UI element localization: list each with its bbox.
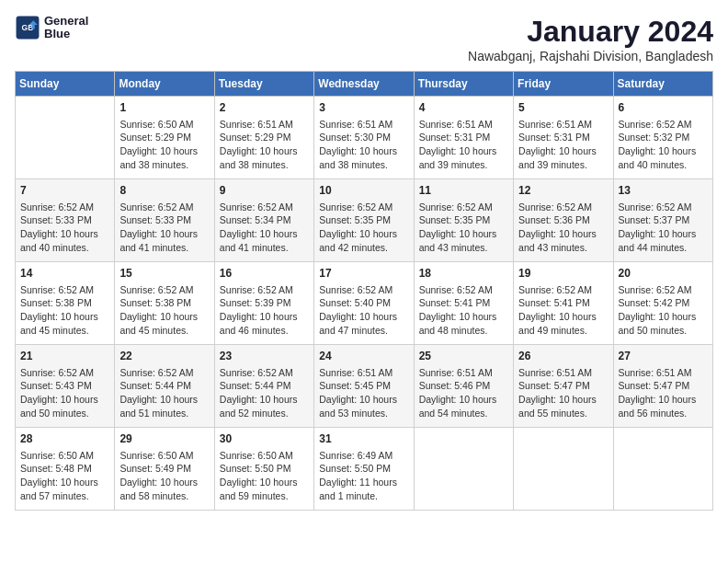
calendar-cell: 12Sunrise: 6:52 AM Sunset: 5:36 PM Dayli…: [514, 179, 613, 262]
calendar-cell: 28Sunrise: 6:50 AM Sunset: 5:48 PM Dayli…: [16, 428, 115, 511]
calendar-cell: 7Sunrise: 6:52 AM Sunset: 5:33 PM Daylig…: [16, 179, 115, 262]
day-number: 2: [220, 100, 309, 116]
day-number: 21: [20, 349, 109, 364]
calendar-cell: 27Sunrise: 6:51 AM Sunset: 5:47 PM Dayli…: [613, 345, 712, 428]
day-info: Sunrise: 6:52 AM Sunset: 5:38 PM Dayligh…: [119, 283, 209, 338]
calendar-cell: [16, 97, 115, 179]
day-info: Sunrise: 6:50 AM Sunset: 5:29 PM Dayligh…: [119, 118, 209, 172]
day-number: 28: [20, 431, 109, 447]
day-number: 10: [319, 183, 408, 199]
day-number: 25: [419, 349, 508, 364]
calendar-week-5: 28Sunrise: 6:50 AM Sunset: 5:48 PM Dayli…: [16, 428, 713, 511]
day-number: 3: [319, 100, 408, 116]
calendar-cell: 29Sunrise: 6:50 AM Sunset: 5:49 PM Dayli…: [115, 428, 214, 511]
calendar-cell: 17Sunrise: 6:52 AM Sunset: 5:40 PM Dayli…: [314, 262, 414, 345]
logo: GB General Blue: [15, 15, 88, 41]
day-number: 4: [419, 100, 508, 116]
day-number: 7: [20, 183, 109, 199]
calendar-cell: 10Sunrise: 6:52 AM Sunset: 5:35 PM Dayli…: [314, 179, 414, 262]
day-info: Sunrise: 6:52 AM Sunset: 5:36 PM Dayligh…: [518, 201, 608, 255]
day-info: Sunrise: 6:52 AM Sunset: 5:33 PM Dayligh…: [119, 201, 209, 255]
day-number: 22: [119, 349, 209, 364]
day-info: Sunrise: 6:51 AM Sunset: 5:47 PM Dayligh…: [619, 366, 708, 420]
day-info: Sunrise: 6:50 AM Sunset: 5:50 PM Dayligh…: [220, 449, 309, 503]
calendar-header-row: SundayMondayTuesdayWednesdayThursdayFrid…: [16, 72, 713, 97]
day-info: Sunrise: 6:52 AM Sunset: 5:39 PM Dayligh…: [220, 283, 309, 338]
day-number: 13: [619, 183, 708, 199]
day-number: 11: [419, 183, 508, 199]
calendar-cell: [613, 428, 712, 511]
title-block: January 2024 Nawabganj, Rajshahi Divisio…: [468, 15, 713, 63]
calendar-week-2: 7Sunrise: 6:52 AM Sunset: 5:33 PM Daylig…: [16, 179, 713, 262]
calendar-cell: 2Sunrise: 6:51 AM Sunset: 5:29 PM Daylig…: [214, 97, 313, 179]
day-info: Sunrise: 6:51 AM Sunset: 5:30 PM Dayligh…: [319, 118, 408, 172]
calendar-cell: 13Sunrise: 6:52 AM Sunset: 5:37 PM Dayli…: [613, 179, 712, 262]
day-info: Sunrise: 6:52 AM Sunset: 5:33 PM Dayligh…: [20, 201, 109, 255]
calendar-cell: 30Sunrise: 6:50 AM Sunset: 5:50 PM Dayli…: [214, 428, 313, 511]
calendar-cell: 18Sunrise: 6:52 AM Sunset: 5:41 PM Dayli…: [414, 262, 513, 345]
calendar-cell: 11Sunrise: 6:52 AM Sunset: 5:35 PM Dayli…: [414, 179, 513, 262]
day-number: 20: [619, 266, 708, 282]
day-number: 12: [518, 183, 608, 199]
page-subtitle: Nawabganj, Rajshahi Division, Bangladesh: [468, 49, 713, 63]
day-info: Sunrise: 6:50 AM Sunset: 5:48 PM Dayligh…: [20, 449, 109, 503]
page-title: January 2024: [468, 15, 713, 49]
day-number: 17: [319, 266, 408, 282]
calendar-cell: 1Sunrise: 6:50 AM Sunset: 5:29 PM Daylig…: [115, 97, 214, 179]
day-info: Sunrise: 6:52 AM Sunset: 5:35 PM Dayligh…: [419, 201, 508, 255]
calendar-week-1: 1Sunrise: 6:50 AM Sunset: 5:29 PM Daylig…: [16, 97, 713, 179]
calendar-week-4: 21Sunrise: 6:52 AM Sunset: 5:43 PM Dayli…: [16, 345, 713, 428]
day-info: Sunrise: 6:52 AM Sunset: 5:34 PM Dayligh…: [220, 201, 309, 255]
day-number: 9: [220, 183, 309, 199]
day-info: Sunrise: 6:51 AM Sunset: 5:46 PM Dayligh…: [419, 366, 508, 420]
logo-icon: GB: [15, 15, 40, 40]
calendar-cell: 19Sunrise: 6:52 AM Sunset: 5:41 PM Dayli…: [514, 262, 613, 345]
calendar-week-3: 14Sunrise: 6:52 AM Sunset: 5:38 PM Dayli…: [16, 262, 713, 345]
header-day-saturday: Saturday: [613, 72, 712, 97]
day-info: Sunrise: 6:51 AM Sunset: 5:31 PM Dayligh…: [518, 118, 608, 172]
header-day-friday: Friday: [514, 72, 613, 97]
calendar-cell: 21Sunrise: 6:52 AM Sunset: 5:43 PM Dayli…: [16, 345, 115, 428]
day-number: 14: [20, 266, 109, 282]
day-info: Sunrise: 6:52 AM Sunset: 5:38 PM Dayligh…: [20, 283, 109, 338]
day-info: Sunrise: 6:52 AM Sunset: 5:41 PM Dayligh…: [518, 283, 608, 338]
day-number: 27: [619, 349, 708, 364]
calendar-cell: 3Sunrise: 6:51 AM Sunset: 5:30 PM Daylig…: [314, 97, 414, 179]
calendar-cell: 16Sunrise: 6:52 AM Sunset: 5:39 PM Dayli…: [214, 262, 313, 345]
day-info: Sunrise: 6:52 AM Sunset: 5:32 PM Dayligh…: [619, 118, 708, 172]
day-info: Sunrise: 6:51 AM Sunset: 5:29 PM Dayligh…: [220, 118, 309, 172]
calendar-cell: 9Sunrise: 6:52 AM Sunset: 5:34 PM Daylig…: [214, 179, 313, 262]
day-info: Sunrise: 6:51 AM Sunset: 5:45 PM Dayligh…: [319, 366, 408, 420]
day-number: 16: [220, 266, 309, 282]
calendar-cell: 4Sunrise: 6:51 AM Sunset: 5:31 PM Daylig…: [414, 97, 513, 179]
day-info: Sunrise: 6:52 AM Sunset: 5:41 PM Dayligh…: [419, 283, 508, 338]
day-number: 19: [518, 266, 608, 282]
day-number: 31: [319, 431, 408, 447]
day-info: Sunrise: 6:50 AM Sunset: 5:49 PM Dayligh…: [119, 449, 209, 503]
calendar-cell: [514, 428, 613, 511]
header-day-sunday: Sunday: [16, 72, 115, 97]
day-info: Sunrise: 6:51 AM Sunset: 5:31 PM Dayligh…: [419, 118, 508, 172]
day-number: 24: [319, 349, 408, 364]
day-number: 1: [119, 100, 209, 116]
day-number: 5: [518, 100, 608, 116]
header-day-wednesday: Wednesday: [314, 72, 414, 97]
day-info: Sunrise: 6:51 AM Sunset: 5:47 PM Dayligh…: [518, 366, 608, 420]
calendar-cell: 14Sunrise: 6:52 AM Sunset: 5:38 PM Dayli…: [16, 262, 115, 345]
calendar-cell: 5Sunrise: 6:51 AM Sunset: 5:31 PM Daylig…: [514, 97, 613, 179]
day-number: 26: [518, 349, 608, 364]
calendar-cell: 6Sunrise: 6:52 AM Sunset: 5:32 PM Daylig…: [613, 97, 712, 179]
logo-text: General Blue: [44, 15, 88, 41]
calendar-cell: 8Sunrise: 6:52 AM Sunset: 5:33 PM Daylig…: [115, 179, 214, 262]
day-info: Sunrise: 6:52 AM Sunset: 5:43 PM Dayligh…: [20, 366, 109, 420]
calendar-cell: 25Sunrise: 6:51 AM Sunset: 5:46 PM Dayli…: [414, 345, 513, 428]
calendar-cell: 20Sunrise: 6:52 AM Sunset: 5:42 PM Dayli…: [613, 262, 712, 345]
day-number: 8: [119, 183, 209, 199]
day-number: 23: [220, 349, 309, 364]
header-day-thursday: Thursday: [414, 72, 513, 97]
header-day-tuesday: Tuesday: [214, 72, 313, 97]
calendar-cell: 23Sunrise: 6:52 AM Sunset: 5:44 PM Dayli…: [214, 345, 313, 428]
day-number: 15: [119, 266, 209, 282]
day-info: Sunrise: 6:52 AM Sunset: 5:44 PM Dayligh…: [220, 366, 309, 420]
day-info: Sunrise: 6:52 AM Sunset: 5:44 PM Dayligh…: [119, 366, 209, 420]
